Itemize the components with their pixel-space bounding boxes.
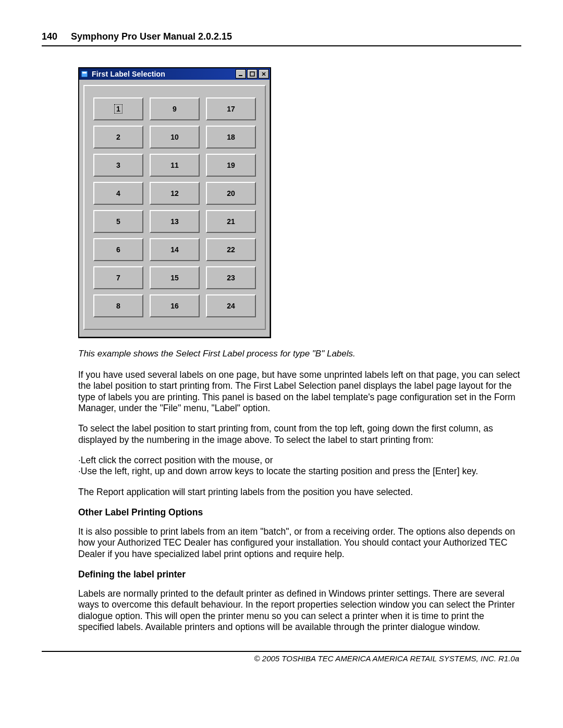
maximize-icon xyxy=(250,71,255,77)
label-position-number: 6 xyxy=(116,245,120,254)
label-position-button[interactable]: 8 xyxy=(93,294,143,317)
heading-define-printer: Defining the label printer xyxy=(78,569,521,580)
label-position-button[interactable]: 6 xyxy=(93,238,143,261)
page-number: 140 xyxy=(42,31,71,42)
window-controls xyxy=(235,69,269,79)
label-position-button[interactable]: 10 xyxy=(150,126,200,149)
doc-title: Symphony Pro User Manual 2.0.2.15 xyxy=(71,31,232,42)
label-position-button[interactable]: 12 xyxy=(150,182,200,205)
label-position-number: 19 xyxy=(227,161,235,169)
label-position-number: 18 xyxy=(227,133,235,141)
label-position-button[interactable]: 2 xyxy=(93,126,143,149)
instruction-item: ·Left click the correct position with th… xyxy=(78,455,521,466)
label-position-button[interactable]: 9 xyxy=(150,97,200,120)
page-header: 140 Symphony Pro User Manual 2.0.2.15 xyxy=(42,31,521,42)
label-grid-inset: 123456789101112131415161718192021222324 xyxy=(83,85,266,330)
instruction-item: ·Use the left, right, up and down arrow … xyxy=(78,466,521,477)
header-divider xyxy=(42,45,521,46)
dialog-title: First Label Selection xyxy=(92,70,235,78)
label-position-number: 8 xyxy=(116,302,120,310)
label-position-number: 22 xyxy=(227,245,235,254)
label-position-button[interactable]: 18 xyxy=(206,126,256,149)
label-position-button[interactable]: 19 xyxy=(206,154,256,177)
heading-other-options: Other Label Printing Options xyxy=(78,507,521,518)
label-position-number: 10 xyxy=(170,133,179,141)
label-position-number: 14 xyxy=(170,245,179,254)
paragraph-define-printer: Labels are normally printed to the defau… xyxy=(78,588,521,633)
label-position-number: 1 xyxy=(115,105,122,113)
svg-rect-1 xyxy=(82,72,87,73)
svg-rect-3 xyxy=(250,72,254,76)
close-button[interactable] xyxy=(259,69,269,79)
paragraph-howto: To select the label position to start pr… xyxy=(78,423,521,446)
label-position-number: 15 xyxy=(170,274,179,282)
minimize-icon xyxy=(238,71,243,77)
first-label-selection-dialog: First Label Selection xyxy=(78,67,271,338)
label-position-button[interactable]: 5 xyxy=(93,210,143,233)
label-position-number: 12 xyxy=(170,189,179,198)
label-position-number: 23 xyxy=(227,274,235,282)
paragraph-intro: If you have used several labels on one p… xyxy=(78,369,521,414)
label-position-number: 16 xyxy=(170,302,179,310)
label-position-number: 21 xyxy=(227,217,235,226)
label-position-number: 17 xyxy=(227,105,235,113)
label-position-button[interactable]: 3 xyxy=(93,154,143,177)
minimize-button[interactable] xyxy=(236,69,246,79)
paragraph-other-options: It is also possible to print labels from… xyxy=(78,526,521,560)
label-position-number: 20 xyxy=(227,189,235,198)
footer-divider xyxy=(42,651,521,652)
svg-rect-0 xyxy=(81,71,88,77)
label-position-button[interactable]: 11 xyxy=(150,154,200,177)
label-position-number: 2 xyxy=(116,133,120,141)
label-position-button[interactable]: 4 xyxy=(93,182,143,205)
label-position-number: 3 xyxy=(116,161,120,169)
label-position-button[interactable]: 15 xyxy=(150,266,200,289)
label-position-button[interactable]: 23 xyxy=(206,266,256,289)
label-position-button[interactable]: 7 xyxy=(93,266,143,289)
label-position-number: 5 xyxy=(116,217,120,226)
label-position-button[interactable]: 22 xyxy=(206,238,256,261)
dialog-client-area: 123456789101112131415161718192021222324 xyxy=(79,80,270,337)
svg-rect-2 xyxy=(239,75,242,76)
instruction-list: ·Left click the correct position with th… xyxy=(42,455,521,477)
label-position-button[interactable]: 1 xyxy=(93,97,143,120)
label-position-button[interactable]: 16 xyxy=(150,294,200,317)
label-position-button[interactable]: 14 xyxy=(150,238,200,261)
label-position-number: 13 xyxy=(170,217,179,226)
label-grid: 123456789101112131415161718192021222324 xyxy=(91,97,259,317)
close-icon xyxy=(261,71,266,77)
label-position-button[interactable]: 17 xyxy=(206,97,256,120)
label-position-number: 9 xyxy=(173,105,177,113)
label-position-button[interactable]: 24 xyxy=(206,294,256,317)
label-position-number: 24 xyxy=(227,302,235,310)
label-position-button[interactable]: 13 xyxy=(150,210,200,233)
dialog-titlebar[interactable]: First Label Selection xyxy=(79,68,270,80)
page-footer: © 2005 TOSHIBA TEC AMERICA AMERICA RETAI… xyxy=(42,654,521,663)
paragraph-result: The Report application will start printi… xyxy=(78,487,521,498)
label-position-number: 11 xyxy=(170,161,179,169)
label-position-number: 4 xyxy=(116,189,120,198)
page: 140 Symphony Pro User Manual 2.0.2.15 Fi… xyxy=(0,0,563,728)
label-position-button[interactable]: 20 xyxy=(206,182,256,205)
figure-caption: This example shows the Select First Labe… xyxy=(78,349,521,359)
maximize-button[interactable] xyxy=(247,69,258,79)
label-position-number: 7 xyxy=(116,274,120,282)
app-icon xyxy=(80,70,89,78)
label-position-button[interactable]: 21 xyxy=(206,210,256,233)
